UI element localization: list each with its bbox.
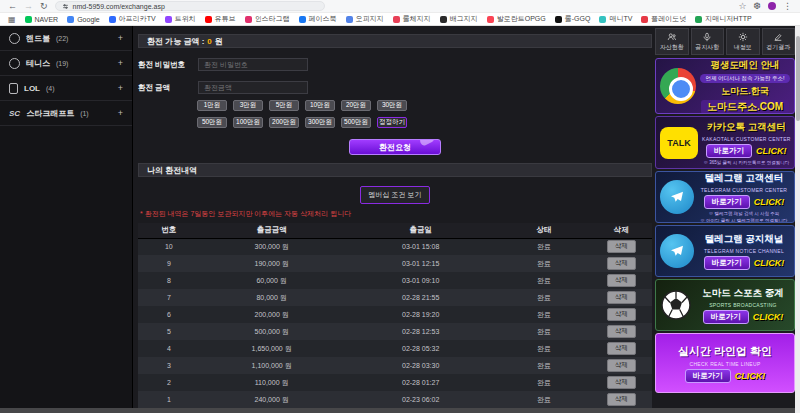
bookmark-item[interactable]: 유튜브 — [205, 14, 236, 24]
quick-amount-button[interactable]: 5만원 — [269, 100, 299, 111]
sports-sidebar: 핸드볼 (22) + 테니스 (19) + LOL (4) + SC 스타크래프… — [0, 26, 133, 413]
tab-results[interactable]: 경기결과 — [762, 28, 796, 55]
delete-row-button[interactable]: 삭제 — [607, 393, 636, 406]
bookmark-item[interactable]: 롤체지지 — [393, 14, 431, 24]
bookmark-label: 유튜브 — [215, 14, 236, 24]
go-button[interactable]: 바로가기 — [704, 195, 750, 209]
banner-telegram-notice[interactable]: 텔레그램 공지채널 TELEGRAM NOTICE CHANNEL 바로가기 C… — [655, 225, 795, 277]
sidebar-sport-item[interactable]: 핸드볼 (22) + — [0, 26, 132, 51]
banner-sports-broadcast[interactable]: 노마드 스포츠 중계 SPORTS BROADCASTING 바로가기 CLIC… — [655, 279, 795, 331]
quick-amount-button[interactable]: 1만원 — [197, 100, 227, 111]
scrollbar-thumb[interactable] — [796, 36, 800, 121]
page-scrollbar[interactable] — [795, 26, 800, 413]
quick-amount-row-2: 50만원100만원200만원300만원500만원 정정하기 — [197, 117, 652, 128]
banner-title: 실시간 라인업 확인 — [678, 344, 772, 359]
quick-amount-button[interactable]: 10만원 — [305, 100, 335, 111]
bookmark-item[interactable]: 매니TV — [599, 14, 632, 24]
amount-label: 환전 금액 — [138, 83, 198, 93]
tab-label: 공지사항 — [695, 43, 719, 52]
available-amount-header: 환전 가능 금액 : 0 원 — [138, 34, 652, 48]
delete-row-button[interactable]: 삭제 — [607, 325, 636, 338]
sport-label: 스타크래프트 — [26, 108, 74, 119]
tab-assets[interactable]: 자산현황 — [655, 28, 689, 55]
bookmark-item[interactable]: 페이스북 — [299, 14, 337, 24]
reset-amount-button[interactable]: 정정하기 — [377, 117, 407, 128]
extensions-icon[interactable]: ❆ — [753, 2, 761, 11]
edit-icon — [773, 32, 783, 42]
table-row: 9 190,000 원 03-01 12:15 완료 삭제 — [138, 255, 652, 272]
bookmark-favicon — [205, 16, 212, 23]
quick-amount-button[interactable]: 3만원 — [233, 100, 263, 111]
quick-amount-button[interactable]: 500만원 — [341, 117, 371, 128]
available-label: 환전 가능 금액 : — [147, 36, 204, 47]
bookmark-item[interactable]: 지매니저HTTP — [695, 14, 751, 24]
quick-amount-button[interactable]: 100만원 — [233, 117, 263, 128]
delete-row-button[interactable]: 삭제 — [607, 359, 636, 372]
expand-plus-icon[interactable]: + — [118, 33, 123, 43]
banner-kakaotalk-support[interactable]: TALK 카카오톡 고객센터 KAKAOTALK CUSTOMER CENTER… — [655, 116, 795, 169]
delete-row-button[interactable]: 삭제 — [607, 342, 636, 355]
bookmark-item[interactable]: 발로란트OPGG — [487, 14, 546, 24]
quick-amount-button[interactable]: 50만원 — [197, 117, 227, 128]
sidebar-sport-item[interactable]: SC 스타크래프트 (1) + — [0, 101, 132, 126]
membership-condition-button[interactable]: 멤버십 조건 보기 — [360, 186, 431, 204]
delete-row-button[interactable]: 삭제 — [607, 257, 636, 270]
go-button[interactable]: 바로가기 — [703, 310, 749, 324]
quick-amount-button[interactable]: 30만원 — [377, 100, 407, 111]
bookmark-item[interactable]: 인스타그램 — [245, 14, 290, 24]
site-info-icon[interactable] — [62, 3, 69, 10]
bookmark-item[interactable]: Google — [67, 16, 100, 23]
banner-note: ※ 아이디 클릭 시 텔레그램으로 연결됩니다 — [700, 218, 787, 223]
tab-notice[interactable]: 공지사항 — [691, 28, 725, 55]
bookmark-item[interactable]: 트위치 — [165, 14, 196, 24]
bookmark-item[interactable]: 플레이도넛 — [641, 14, 686, 24]
exchange-amount-input[interactable] — [198, 81, 308, 94]
banner-realtime-lineup[interactable]: 실시간 라인업 확인 CHECK REAL TIME LINEUP 바로가기 C… — [655, 333, 795, 393]
url-text: nmd-5959.com/exchange.asp — [73, 3, 165, 10]
delete-row-button[interactable]: 삭제 — [607, 308, 636, 321]
bookmark-item[interactable]: 오피지지 — [346, 14, 384, 24]
cell-date: 02-28 19:20 — [344, 306, 498, 323]
menu-kebab-icon[interactable]: ⋮ — [783, 2, 792, 11]
col-status: 상태 — [498, 223, 591, 238]
quick-amount-button[interactable]: 20만원 — [341, 100, 371, 111]
profile-avatar[interactable] — [768, 2, 776, 10]
go-button[interactable]: 바로가기 — [704, 256, 750, 270]
expand-plus-icon[interactable]: + — [118, 108, 123, 118]
expand-plus-icon[interactable]: + — [118, 83, 123, 93]
banner-title: 텔레그램 공지채널 — [705, 233, 784, 246]
quick-amount-button[interactable]: 300만원 — [305, 117, 335, 128]
bookmark-item[interactable]: 배그지지 — [440, 14, 478, 24]
back-icon[interactable]: ← — [8, 2, 17, 11]
banner-domain-guide[interactable]: 평생도메인 안내 언제 어디서나 접속 가능한 주소! 노마드.한국 노마드주소… — [655, 58, 795, 114]
cell-no: 3 — [138, 357, 200, 374]
quick-amount-button[interactable]: 200만원 — [269, 117, 299, 128]
address-bar[interactable]: nmd-5959.com/exchange.asp — [55, 1, 325, 11]
cell-date: 03-01 09:10 — [344, 272, 498, 289]
delete-row-button[interactable]: 삭제 — [607, 240, 636, 253]
apps-grid-icon[interactable]: ▦ — [8, 15, 16, 24]
banner-telegram-support[interactable]: 텔레그램 고객센터 TELEGRAM CUSTOMER CENTER 바로가기 … — [655, 171, 795, 223]
sidebar-sport-item[interactable]: LOL (4) + — [0, 76, 132, 101]
delete-row-button[interactable]: 삭제 — [607, 274, 636, 287]
expand-plus-icon[interactable]: + — [118, 58, 123, 68]
delete-row-button[interactable]: 삭제 — [607, 376, 636, 389]
delete-row-button[interactable]: 삭제 — [607, 291, 636, 304]
cell-status: 완료 — [498, 272, 591, 289]
exchange-request-button[interactable]: 환전요청 — [349, 139, 441, 155]
go-button[interactable]: 바로가기 — [706, 144, 752, 158]
tab-myinfo[interactable]: 내정보 — [726, 28, 760, 55]
go-button[interactable]: 바로가기 — [685, 369, 731, 383]
reload-icon[interactable]: ↻ — [40, 2, 48, 11]
bookmark-item[interactable]: 롤-GGQ — [555, 14, 591, 24]
password-row: 환전 비밀번호 — [138, 58, 652, 71]
exchange-password-input[interactable] — [198, 58, 308, 71]
sidebar-sport-item[interactable]: 테니스 (19) + — [0, 51, 132, 76]
cell-date: 02-28 03:30 — [344, 357, 498, 374]
bookmark-star-icon[interactable]: ☆ — [738, 2, 746, 11]
retention-notice: * 환전된 내역은 7일동안 보관되지만 이후에는 자동 삭제처리 됩니다 — [140, 209, 650, 219]
bookmark-item[interactable]: NAVER — [25, 16, 59, 23]
cell-status: 완료 — [498, 357, 591, 374]
bookmark-item[interactable]: 아프리카TV — [109, 14, 156, 24]
forward-icon[interactable]: → — [24, 2, 33, 11]
